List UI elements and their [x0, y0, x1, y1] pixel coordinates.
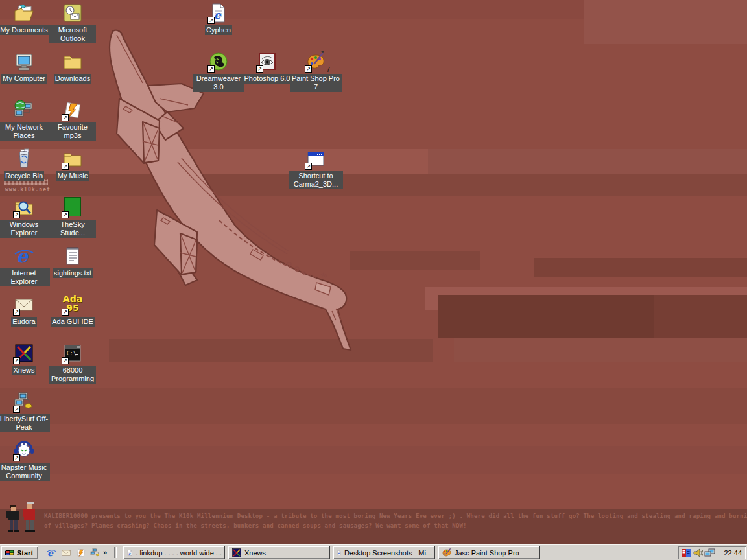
desktop-icon-label: Favourite mp3s: [49, 122, 96, 141]
task-button-label: Desktop Screenshots - Mi...: [344, 549, 432, 557]
system-tray: 22:44: [678, 546, 746, 559]
desktop-icon-recycle-bin[interactable]: Recycle Bin: [0, 148, 50, 181]
tray-app-indicator-icon[interactable]: [681, 548, 691, 558]
notepad-document-icon: [62, 246, 83, 266]
desktop-icon-label: Downloads: [54, 74, 91, 84]
shortcut-arrow-icon: ↗: [62, 163, 69, 170]
desktop-icon-sightings-txt[interactable]: sightings.txt: [49, 246, 96, 278]
desktop-icon-downloads[interactable]: Downloads: [49, 51, 96, 84]
wallpaper-band: [438, 295, 654, 338]
wallpaper-band: [428, 149, 747, 174]
my-documents-icon: [14, 3, 34, 23]
wallpaper-band: [350, 251, 480, 270]
desktop-icon-68000-programming[interactable]: ↗ 68000 Programming: [49, 343, 96, 384]
desktop-icon-internet-explorer[interactable]: Internet Explorer: [0, 246, 50, 286]
desktop-icon-thesky[interactable]: ↗ TheSky Stude...: [49, 197, 96, 238]
shortcut-arrow-icon: ↗: [62, 309, 69, 316]
desktop-icon-my-music[interactable]: ↗ My Music: [49, 148, 96, 181]
shortcut-arrow-icon: ↗: [62, 211, 69, 218]
windows-flag-icon: [5, 548, 15, 557]
outlook-icon: [62, 3, 83, 23]
start-button[interactable]: Start: [1, 546, 38, 559]
tray-clock[interactable]: 22:44: [724, 549, 742, 557]
shortcut-arrow-icon: ↗: [13, 406, 20, 413]
desktop-icon-label: My Music: [56, 171, 89, 181]
ie-page-icon: [126, 548, 133, 558]
task-button-desktop-screenshots[interactable]: Desktop Screenshots - Mi...: [333, 546, 435, 559]
desktop-icon-carma2-shortcut[interactable]: ↗ Shortcut to Carma2_3D...: [289, 148, 343, 189]
desktop-icon-label: Paint Shop Pro 7: [290, 74, 342, 92]
desktop-icon-dreamweaver[interactable]: ↗ Dreamweaver 3.0: [193, 51, 244, 92]
desktop-icon-napster[interactable]: ↗ Napster Music Community: [0, 440, 50, 481]
desktop-wallpaper[interactable]: 40 www.k10k.net KALIBER10000 presents to…: [0, 0, 747, 544]
network-places-icon: [14, 100, 34, 121]
shortcut-arrow-icon: ↗: [62, 114, 69, 121]
wallpaper-band: [654, 295, 747, 338]
pixel-people-illustration: [5, 502, 42, 534]
desktop-icon-eudora[interactable]: ↗ Eudora: [0, 294, 50, 327]
shortcut-arrow-icon: ↗: [13, 357, 20, 364]
folder-icon: [62, 51, 83, 72]
quicklaunch-mail-icon[interactable]: [61, 548, 71, 558]
recycle-bin-icon: [14, 148, 34, 169]
desktop-icon-libertysurf[interactable]: ↗ LibertySurf Off-Peak: [0, 391, 50, 432]
quicklaunch-overflow-chevron[interactable]: »: [103, 548, 107, 557]
shortcut-arrow-icon: ↗: [62, 357, 69, 364]
my-computer-icon: [14, 51, 34, 72]
wallpaper-band: [0, 388, 747, 424]
shortcut-arrow-icon: ↗: [13, 454, 20, 461]
start-label: Start: [17, 549, 33, 557]
quicklaunch-dialup-icon[interactable]: [90, 548, 101, 558]
desktop-icon-ada-gui-ide[interactable]: Ada 95 ↗ Ada GUI IDE: [49, 294, 96, 327]
wallpaper-band: [584, 0, 747, 44]
task-button-label: . linkdup . . . . world wide ...: [136, 549, 222, 557]
desktop-icon-label: My Network Places: [0, 122, 50, 141]
desktop-icon-label: LibertySurf Off-Peak: [0, 414, 50, 432]
desktop-icon-label: Eudora: [11, 317, 36, 327]
desktop-icon-paint-shop-pro[interactable]: ↗7 Paint Shop Pro 7: [290, 51, 342, 92]
internet-explorer-icon: [14, 246, 34, 266]
k10k-watermark: www.k10k.net: [5, 187, 51, 192]
desktop-icon-label: Recycle Bin: [4, 171, 44, 181]
quicklaunch-winamp-icon[interactable]: [76, 548, 86, 558]
desktop-icon-label: sightings.txt: [53, 268, 93, 278]
desktop-icon-label: Ada GUI IDE: [51, 317, 95, 327]
task-button-paint-shop-pro[interactable]: Jasc Paint Shop Pro: [438, 546, 540, 559]
desktop-icon-xnews[interactable]: ↗ Xnews: [0, 343, 50, 375]
quicklaunch-internet-explorer-icon[interactable]: [46, 548, 56, 558]
desktop-icon-my-computer[interactable]: My Computer: [0, 51, 50, 84]
desktop-icon-cyphen[interactable]: ↗ Cyphen: [193, 3, 244, 35]
credit-line-1: KALIBER10000 presents to you the The K10…: [44, 511, 741, 521]
desktop-icon-photoshop[interactable]: ↗ Photoshop 6.0: [241, 51, 293, 84]
psp-version-badge: 7: [326, 66, 330, 73]
task-button-xnews[interactable]: Xnews: [228, 546, 330, 559]
desktop-icon-label: My Computer: [1, 74, 47, 84]
credit-line-2: of villages? Planes crashing? Chaos in t…: [44, 521, 741, 531]
desktop-icon-label: Photoshop 6.0: [243, 74, 292, 84]
toolbar-separator: [114, 547, 117, 558]
desktop-icon-favourite-mp3s[interactable]: ↗ Favourite mp3s: [49, 100, 96, 141]
desktop-icon-label: Xnews: [12, 366, 36, 375]
desktop-icon-label: Dreamweaver 3.0: [193, 74, 244, 92]
tray-volume-icon[interactable]: [693, 548, 703, 558]
shortcut-arrow-icon: ↗: [305, 163, 312, 170]
svg-text:40: 40: [320, 272, 328, 279]
shortcut-arrow-icon: ↗: [305, 65, 312, 73]
wallpaper-band: [0, 446, 747, 474]
task-button-linkdup[interactable]: . linkdup . . . . world wide ...: [123, 546, 225, 559]
ie-page-icon: [337, 548, 342, 558]
desktop-icon-label: Shortcut to Carma2_3D...: [289, 171, 343, 189]
desktop-icon-my-documents[interactable]: My Documents: [0, 3, 50, 35]
taskbar: Start » . linkdup . . . . world wide ...…: [0, 544, 747, 560]
paint-shop-pro-icon: [442, 548, 452, 558]
desktop-icon-my-network-places[interactable]: My Network Places: [0, 100, 50, 141]
desktop-icon-label: Microsoft Outlook: [49, 25, 96, 43]
desktop-icon-windows-explorer[interactable]: ↗ Windows Explorer: [0, 197, 50, 238]
task-button-label: Jasc Paint Shop Pro: [455, 549, 519, 557]
desktop-icon-label: Napster Music Community: [0, 463, 50, 481]
tray-network-icon[interactable]: [704, 548, 715, 558]
desktop-icon-microsoft-outlook[interactable]: Microsoft Outlook: [49, 3, 96, 43]
wallpaper-band: [454, 338, 747, 362]
shortcut-arrow-icon: ↗: [208, 17, 215, 24]
shortcut-arrow-icon: ↗: [13, 211, 20, 218]
